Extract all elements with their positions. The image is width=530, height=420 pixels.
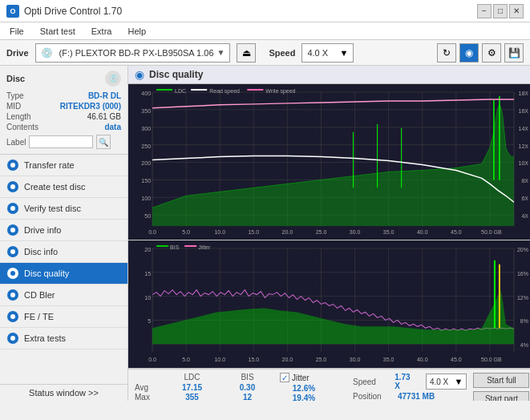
sidebar-item-fe-te[interactable]: FE / TE [0, 306, 127, 328]
speed-select2[interactable]: 4.0 X ▼ [426, 374, 467, 390]
sidebar-item-transfer-rate[interactable]: Transfer rate [0, 155, 127, 176]
sidebar-item-verify-test-disc[interactable]: Verify test disc [0, 198, 127, 220]
svg-text:15.0: 15.0 [248, 357, 259, 362]
sidebar-item-disc-quality[interactable]: Disc quality [0, 263, 127, 285]
svg-text:Write speed: Write speed [265, 88, 295, 95]
ldc-bis-stats: LDC BIS Avg 17.15 0.30 Max 355 12 Total … [135, 373, 273, 401]
svg-text:8%: 8% [520, 318, 528, 324]
sidebar-item-extra-tests[interactable]: Extra tests [0, 328, 127, 349]
jitter-stats: ✓ Jitter 12.6% 19.4% [280, 373, 340, 401]
drive-select[interactable]: 💿 (F:) PLEXTOR BD-R PX-LB950SA 1.06 ▼ [35, 43, 231, 63]
svg-text:20.0: 20.0 [282, 357, 293, 362]
svg-text:40.0: 40.0 [417, 357, 428, 362]
drive-info-icon [6, 224, 19, 236]
refresh-button[interactable]: ↻ [437, 43, 456, 63]
max-label: Max [135, 393, 163, 401]
charts-area: 400 350 300 250 200 150 100 50 0.0 5.0 1… [128, 84, 530, 369]
svg-text:150: 150 [141, 178, 151, 184]
minimize-button[interactable]: − [477, 4, 492, 18]
svg-text:16%: 16% [517, 271, 528, 277]
svg-text:BIS: BIS [170, 244, 180, 250]
speed-select2-text: 4.0 X [430, 378, 448, 386]
avg-ldc-val: 17.15 [166, 383, 218, 392]
drive-icon: 💿 [41, 47, 53, 59]
sidebar-disc-section: Disc 💿 Type BD-R DL MID RITEKDR3 (000) L… [0, 66, 127, 155]
status-window-button[interactable]: Status window >> [0, 384, 127, 401]
drivebar-icons: ↻ ◉ ⚙ 💾 [437, 43, 524, 63]
disc-label-button[interactable]: 🔍 [96, 135, 111, 149]
close-button[interactable]: ✕ [509, 4, 524, 18]
svg-text:12%: 12% [517, 295, 528, 301]
svg-text:0.0: 0.0 [148, 357, 156, 362]
max-ldc-val: 355 [166, 393, 218, 401]
speed-label: Speed [269, 48, 295, 58]
avg-jitter-row: 12.6% [280, 384, 340, 393]
svg-text:Read speed: Read speed [209, 88, 240, 95]
menu-extra[interactable]: Extra [88, 25, 115, 38]
start-full-button[interactable]: Start full [473, 373, 529, 388]
disc-type-val: BD-R DL [88, 91, 121, 100]
drive-eject-button[interactable]: ⏏ [237, 43, 256, 63]
disc-mid-val: RITEKDR3 (000) [60, 102, 121, 111]
sidebar: Disc 💿 Type BD-R DL MID RITEKDR3 (000) L… [0, 66, 128, 401]
sidebar-item-cd-bler[interactable]: CD Bler [0, 285, 127, 306]
sidebar-nav-label-transfer-rate: Transfer rate [24, 160, 75, 170]
svg-text:10: 10 [144, 295, 151, 301]
svg-rect-50 [191, 89, 207, 91]
avg-bis-val: 0.30 [221, 383, 273, 392]
svg-text:10.0: 10.0 [214, 229, 225, 235]
start-part-button[interactable]: Start part [473, 391, 529, 401]
content-header: ◉ Disc quality [128, 66, 530, 84]
stats-bar: LDC BIS Avg 17.15 0.30 Max 355 12 Total … [128, 369, 530, 401]
avg-label: Avg [135, 383, 163, 392]
menu-file[interactable]: File [6, 25, 27, 38]
position-val: 47731 MB [398, 392, 435, 401]
sidebar-item-create-test-disc[interactable]: Create test disc [0, 176, 127, 198]
disc-quality-icon-btn[interactable]: ◉ [459, 43, 479, 63]
sidebar-item-drive-info[interactable]: Drive info [0, 220, 127, 241]
svg-text:14X: 14X [519, 126, 529, 131]
sidebar-nav-label-fe-te: FE / TE [24, 312, 54, 321]
verify-test-disc-icon [6, 202, 19, 215]
svg-text:50.0 GB: 50.0 GB [481, 229, 502, 235]
create-test-disc-icon [6, 180, 19, 193]
top-chart-svg: 400 350 300 250 200 150 100 50 0.0 5.0 1… [128, 84, 530, 240]
menu-start-test[interactable]: Start test [37, 25, 79, 38]
settings-icon-btn[interactable]: ⚙ [482, 43, 501, 63]
main-layout: Disc 💿 Type BD-R DL MID RITEKDR3 (000) L… [0, 66, 530, 401]
speed-select[interactable]: 4.0 X ▼ [301, 43, 354, 63]
bottom-chart: 20 15 10 5 20% 16% 12% 8% 4% 0.0 5.0 10. [128, 240, 530, 369]
sidebar-item-disc-info[interactable]: Disc info [0, 241, 127, 263]
svg-rect-52 [247, 89, 263, 91]
svg-text:LDC: LDC [175, 88, 186, 94]
jitter-checkbox[interactable]: ✓ [280, 373, 289, 382]
sidebar-nav-label-disc-quality: Disc quality [24, 269, 69, 278]
menu-help[interactable]: Help [124, 25, 149, 38]
svg-text:100: 100 [141, 196, 151, 201]
max-row: Max 355 12 [135, 393, 273, 401]
svg-text:16X: 16X [519, 108, 529, 114]
sidebar-nav-label-extra-tests: Extra tests [24, 333, 66, 343]
speed-select-text: 4.0 X [307, 48, 336, 58]
menubar: File Start test Extra Help [0, 22, 530, 40]
disc-quality-icon [6, 267, 19, 280]
ldc-col-header: LDC [166, 373, 218, 382]
fe-te-icon [6, 310, 19, 323]
disc-mid-key: MID [6, 102, 21, 111]
speed-val: 1.73 X [394, 373, 416, 390]
app-icon: O [6, 5, 19, 18]
svg-text:50: 50 [144, 213, 151, 219]
speed-select2-dropdown-icon: ▼ [455, 377, 463, 386]
svg-text:5.0: 5.0 [182, 229, 190, 235]
bis-col-header: BIS [221, 373, 273, 382]
save-icon-btn[interactable]: 💾 [504, 43, 524, 63]
disc-label-input[interactable] [29, 135, 93, 148]
maximize-button[interactable]: □ [493, 4, 508, 18]
svg-text:15: 15 [144, 271, 151, 277]
avg-jitter-val: 12.6% [280, 384, 328, 393]
svg-rect-97 [156, 245, 168, 247]
svg-text:5.0: 5.0 [182, 357, 190, 362]
svg-text:8X: 8X [521, 178, 528, 184]
svg-text:20.0: 20.0 [282, 229, 293, 235]
avg-row: Avg 17.15 0.30 [135, 383, 273, 392]
